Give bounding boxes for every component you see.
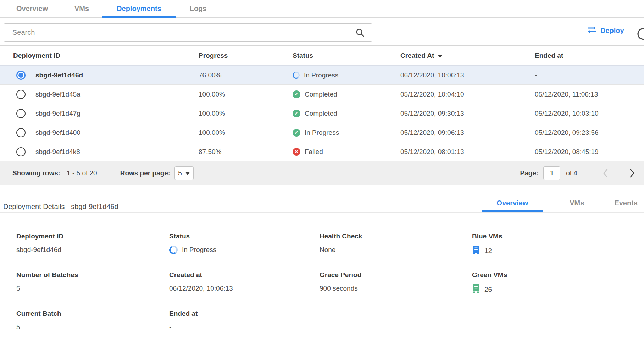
check-circle-icon: ✓ bbox=[293, 129, 300, 137]
column-header-status[interactable]: Status bbox=[282, 46, 390, 65]
rows-per-page-label: Rows per page: bbox=[120, 169, 170, 177]
ended-at-cell: 05/12/2020, 10:03:10 bbox=[524, 110, 644, 117]
spinner-icon bbox=[292, 71, 300, 79]
field-value: 12 bbox=[484, 247, 492, 255]
ended-at-cell: 05/12/2020, 09:23:56 bbox=[524, 129, 644, 137]
search-input[interactable] bbox=[4, 23, 372, 42]
created-at-cell: 05/12/2020, 10:04:10 bbox=[390, 90, 524, 98]
table-row[interactable]: sbgd-9ef1d46d 76.00% In Progress 06/12/2… bbox=[0, 65, 644, 84]
ended-at-cell: - bbox=[524, 71, 644, 79]
vm-server-icon bbox=[472, 284, 480, 295]
details-tab-events[interactable]: Events bbox=[614, 196, 638, 213]
field-label: Current Batch bbox=[16, 310, 169, 318]
deployment-id-cell: sbgd-9ef1d4k8 bbox=[35, 148, 80, 156]
field-value: 5 bbox=[16, 284, 169, 293]
column-header-progress[interactable]: Progress bbox=[188, 46, 282, 65]
ended-at-cell: 05/12/2020, 11:06:13 bbox=[524, 90, 644, 98]
row-radio[interactable] bbox=[16, 128, 26, 137]
row-radio[interactable] bbox=[16, 109, 26, 118]
table-row[interactable]: sbgd-9ef1d400 100.00% ✓ In Progress 05/1… bbox=[0, 123, 644, 142]
progress-cell: 100.00% bbox=[188, 110, 282, 117]
showing-rows-label: Showing rows: bbox=[12, 169, 60, 177]
deployment-id-cell: sbgd-9ef1d47g bbox=[35, 110, 80, 117]
search-icon bbox=[355, 28, 365, 39]
field-label: Number of Batches bbox=[16, 271, 169, 279]
created-at-cell: 06/12/2020, 10:06:13 bbox=[390, 71, 524, 79]
page-total-label: of 4 bbox=[566, 169, 577, 177]
field-grace-period: Grace Period 900 seconds bbox=[320, 271, 472, 295]
tab-overview[interactable]: Overview bbox=[16, 0, 48, 18]
field-value: sbgd-9ef1d46d bbox=[16, 245, 169, 254]
page-label: Page: bbox=[520, 169, 539, 177]
field-deployment-id: Deployment ID sbgd-9ef1d46d bbox=[16, 232, 169, 256]
field-status: Status In Progress bbox=[169, 232, 320, 256]
progress-cell: 76.00% bbox=[188, 71, 282, 79]
showing-rows-value: 1 - 5 of 20 bbox=[67, 169, 97, 177]
details-tab-vms[interactable]: VMs bbox=[570, 196, 584, 213]
toolbar: Deploy bbox=[0, 18, 644, 45]
check-circle-icon: ✓ bbox=[293, 110, 300, 117]
row-radio[interactable] bbox=[16, 147, 26, 156]
field-label: Created at bbox=[169, 271, 320, 279]
deployment-id-cell: sbgd-9ef1d45a bbox=[35, 90, 80, 98]
page-number-input[interactable] bbox=[543, 166, 560, 180]
column-header-created-at-label: Created At bbox=[400, 52, 434, 60]
deploy-button[interactable]: Deploy bbox=[587, 26, 624, 36]
main-tabbar: Overview VMs Deployments Logs bbox=[0, 0, 644, 18]
field-label: Ended at bbox=[169, 310, 320, 318]
column-header-created-at[interactable]: Created At bbox=[390, 46, 524, 65]
details-tab-overview[interactable]: Overview bbox=[482, 196, 543, 213]
table-row[interactable]: sbgd-9ef1d47g 100.00% ✓ Completed 05/12/… bbox=[0, 104, 644, 123]
progress-cell: 100.00% bbox=[188, 129, 282, 137]
tab-logs[interactable]: Logs bbox=[190, 0, 207, 18]
field-value: 26 bbox=[484, 286, 492, 293]
refresh-icon[interactable] bbox=[636, 26, 644, 40]
deployment-details-section: Deployment Details - sbgd-9ef1d46d Overv… bbox=[0, 185, 644, 332]
deploy-button-label: Deploy bbox=[600, 27, 624, 35]
column-header-ended-at[interactable]: Ended at bbox=[524, 46, 644, 65]
status-label: In Progress bbox=[305, 129, 339, 137]
field-value: In Progress bbox=[182, 246, 216, 254]
table-row[interactable]: sbgd-9ef1d4k8 87.50% ✕ Failed 05/12/2020… bbox=[0, 142, 644, 161]
details-divider bbox=[0, 212, 644, 213]
status-label: Completed bbox=[305, 110, 337, 117]
details-title: Deployment Details - sbgd-9ef1d46d bbox=[3, 203, 118, 211]
tab-deployments[interactable]: Deployments bbox=[102, 0, 176, 18]
deployments-table: Deployment ID Progress Status Created At… bbox=[0, 45, 644, 185]
chevron-right-icon[interactable] bbox=[629, 168, 635, 178]
status-label: Completed bbox=[305, 90, 337, 98]
check-circle-icon: ✓ bbox=[293, 90, 300, 98]
spinner-icon bbox=[168, 244, 178, 255]
deployment-id-cell: sbgd-9ef1d46d bbox=[35, 71, 83, 79]
field-label: Deployment ID bbox=[16, 232, 169, 240]
field-value: - bbox=[169, 323, 320, 332]
field-current-batch: Current Batch 5 bbox=[16, 310, 169, 332]
row-radio-selected[interactable] bbox=[16, 71, 26, 80]
field-ended-at: Ended at - bbox=[169, 310, 320, 332]
deployment-id-cell: sbgd-9ef1d400 bbox=[35, 129, 80, 137]
swap-arrows-icon bbox=[587, 26, 597, 36]
table-row[interactable]: sbgd-9ef1d45a 100.00% ✓ Completed 05/12/… bbox=[0, 84, 644, 104]
table-header-row: Deployment ID Progress Status Created At… bbox=[0, 45, 644, 65]
progress-cell: 87.50% bbox=[188, 148, 282, 156]
status-label: Failed bbox=[305, 148, 323, 156]
row-radio[interactable] bbox=[16, 90, 26, 99]
rows-per-page-select[interactable]: 5 bbox=[174, 166, 194, 180]
x-circle-icon: ✕ bbox=[293, 148, 300, 156]
field-label: Blue VMs bbox=[472, 232, 644, 240]
created-at-cell: 05/12/2020, 08:01:13 bbox=[390, 148, 524, 156]
column-header-deployment-id[interactable]: Deployment ID bbox=[0, 46, 188, 65]
field-label: Grace Period bbox=[320, 271, 472, 279]
field-created-at: Created at 06/12/2020, 10:06:13 bbox=[169, 271, 320, 295]
caret-down-icon bbox=[185, 172, 190, 175]
sort-descending-icon bbox=[438, 55, 443, 58]
status-label: In Progress bbox=[304, 71, 338, 79]
details-tabbar: Overview VMs Events bbox=[482, 196, 644, 213]
chevron-left-icon[interactable] bbox=[602, 168, 609, 178]
ended-at-cell: 05/12/2020, 08:45:19 bbox=[524, 148, 644, 156]
field-health-check: Health Check None bbox=[320, 232, 472, 256]
tab-vms[interactable]: VMs bbox=[74, 0, 89, 18]
rows-per-page-value: 5 bbox=[178, 169, 182, 177]
field-label: Green VMs bbox=[472, 271, 644, 279]
field-blue-vms: Blue VMs 12 bbox=[472, 232, 644, 256]
